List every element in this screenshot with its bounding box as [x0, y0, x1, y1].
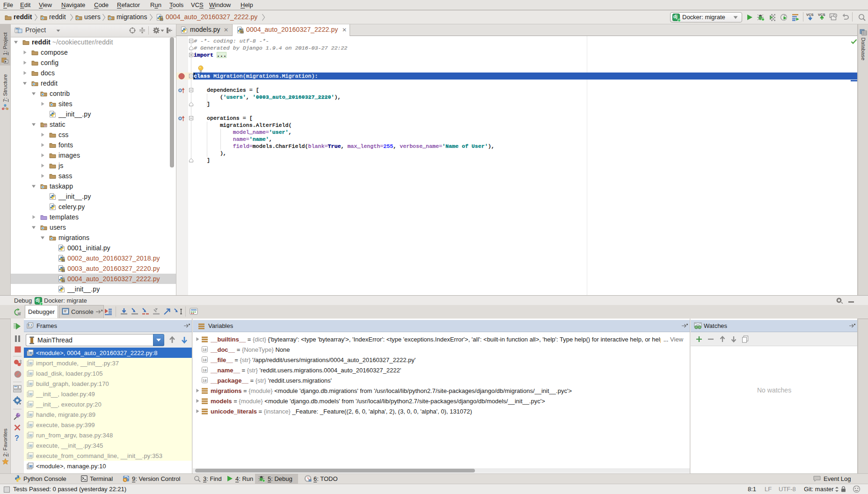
svg-text:18: 18	[203, 368, 206, 372]
svg-text:18: 18	[203, 358, 206, 362]
svg-text:18: 18	[203, 378, 206, 383]
svg-text:18: 18	[203, 348, 206, 352]
svg-text:VCS: VCS	[806, 13, 813, 17]
